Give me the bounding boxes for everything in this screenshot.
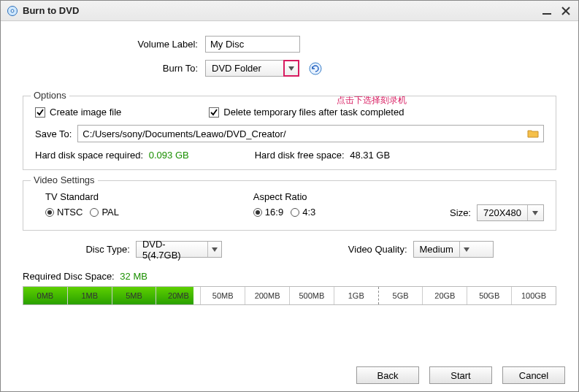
volume-label-label: Volume Label:	[23, 39, 205, 50]
ntsc-radio[interactable]: NTSC	[45, 207, 83, 218]
burn-to-arrow-highlighted[interactable]	[283, 60, 299, 77]
radio-icon	[45, 208, 54, 217]
burn-to-label: Burn To:	[23, 63, 205, 74]
tick: 5GB	[379, 287, 423, 304]
burn-to-value: DVD Folder	[206, 63, 267, 74]
burn-to-dropdown[interactable]: DVD Folder	[205, 60, 284, 77]
minimize-button[interactable]	[540, 4, 553, 18]
tick: 20MB	[156, 287, 201, 304]
hd-free: Hard disk free space: 48.31 GB	[255, 150, 390, 161]
tv-standard-label: TV Standard	[45, 191, 119, 202]
refresh-icon[interactable]	[308, 61, 323, 76]
tick: 1MB	[68, 287, 112, 304]
start-button[interactable]: Start	[429, 366, 492, 384]
tick: 1GB	[334, 287, 379, 304]
chevron-down-icon	[288, 66, 294, 71]
save-to-label: Save To:	[35, 128, 72, 139]
titlebar: Burn to DVD	[1, 1, 578, 21]
bottom-buttons: Back Start Cancel	[356, 366, 565, 384]
tick: 20GB	[423, 287, 467, 304]
disc-type-value: DVD-5(4.7GB)	[137, 239, 207, 261]
disc-space-bar: 0MB 1MB 5MB 20MB 50MB 200MB 500MB 1GB 5G…	[23, 286, 556, 305]
disc-type-label: Disc Type:	[85, 244, 129, 255]
volume-label-row: Volume Label:	[23, 36, 556, 53]
back-button[interactable]: Back	[356, 366, 419, 384]
create-image-label: Create image file	[50, 107, 121, 118]
chevron-down-icon	[527, 205, 542, 220]
cancel-button[interactable]: Cancel	[502, 366, 565, 384]
checkbox-icon	[209, 107, 219, 118]
aspect-ratio-label: Aspect Ratio	[253, 191, 315, 202]
window-title: Burn to DVD	[23, 5, 534, 16]
radio-icon	[253, 208, 262, 217]
size-label: Size:	[450, 207, 471, 218]
radio-icon	[291, 208, 299, 217]
save-to-path: C:/Users/sony/Documents/Leawo/DVD_Creato…	[83, 128, 285, 139]
content: Volume Label: Burn To: DVD Folder 点击下选择刻…	[1, 21, 578, 312]
checkbox-icon	[35, 107, 45, 118]
video-settings-legend: Video Settings	[31, 174, 98, 185]
options-fieldset: Options Create image file Delete tempora…	[23, 96, 556, 170]
pal-radio[interactable]: PAL	[90, 207, 119, 218]
radio-icon	[90, 208, 99, 217]
tick: 5MB	[112, 287, 157, 304]
folder-icon[interactable]	[527, 128, 539, 139]
delete-temp-checkbox[interactable]: Delete temporary files after task comple…	[209, 107, 404, 118]
video-settings-fieldset: Video Settings TV Standard NTSC PAL	[23, 180, 556, 231]
tick: 500MB	[290, 287, 334, 304]
hd-required: Hard disk space required: 0.093 GB	[35, 150, 189, 161]
tick: 50MB	[201, 287, 245, 304]
options-legend: Options	[31, 90, 69, 101]
tick: 200MB	[245, 287, 290, 304]
svg-rect-2	[542, 13, 551, 15]
svg-point-1	[11, 9, 14, 12]
tick: 100GB	[512, 287, 556, 304]
create-image-checkbox[interactable]: Create image file	[35, 107, 121, 118]
delete-temp-label: Delete temporary files after task comple…	[223, 107, 404, 118]
video-quality-label: Video Quality:	[348, 244, 407, 255]
size-dropdown[interactable]: 720X480	[477, 204, 544, 221]
app-icon	[7, 5, 18, 17]
chevron-down-icon	[459, 242, 474, 257]
volume-label-input[interactable]	[205, 36, 300, 53]
disc-type-dropdown[interactable]: DVD-5(4.7GB)	[136, 241, 222, 258]
save-to-input[interactable]: C:/Users/sony/Documents/Leawo/DVD_Creato…	[77, 125, 544, 142]
chevron-down-icon	[207, 242, 221, 257]
close-button[interactable]	[559, 4, 572, 18]
video-quality-value: Medium	[414, 244, 459, 255]
required-disc-space: Required Disc Space: 32 MB	[23, 271, 556, 282]
video-quality-dropdown[interactable]: Medium	[413, 241, 494, 258]
size-value: 720X480	[478, 207, 527, 218]
svg-point-5	[310, 63, 321, 74]
tick: 0MB	[23, 287, 68, 304]
disc-space-ticks: 0MB 1MB 5MB 20MB 50MB 200MB 500MB 1GB 5G…	[23, 287, 556, 304]
ratio-43-radio[interactable]: 4:3	[291, 207, 315, 218]
window: Burn to DVD Volume Label: Burn To: DVD F…	[0, 0, 579, 392]
ratio-169-radio[interactable]: 16:9	[253, 207, 283, 218]
burn-to-row: Burn To: DVD Folder	[23, 60, 556, 77]
tick: 50GB	[467, 287, 512, 304]
